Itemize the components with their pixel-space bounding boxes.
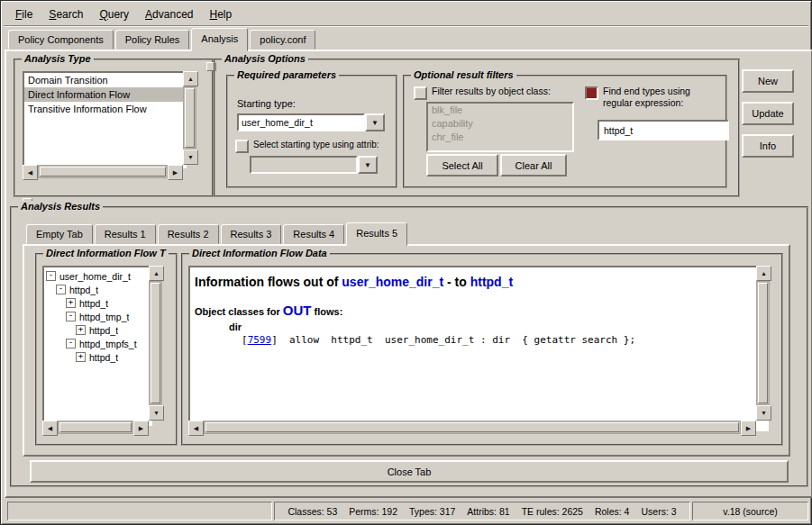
menu-file[interactable]: File bbox=[7, 5, 41, 24]
scroll-right-icon[interactable]: ▶ bbox=[168, 165, 183, 180]
tab-policy-rules[interactable]: Policy Rules bbox=[115, 30, 190, 50]
scroll-left-icon[interactable]: ◀ bbox=[42, 421, 58, 436]
data-hscrollbar[interactable]: ◀ ▶ bbox=[188, 421, 756, 434]
tree-expander-icon[interactable]: + bbox=[76, 325, 86, 335]
tree-expander-icon[interactable]: + bbox=[66, 298, 76, 308]
analysis-type-listbox[interactable]: Domain Transition Direct Information Flo… bbox=[23, 71, 187, 168]
filter-by-class-indicator-icon[interactable] bbox=[414, 86, 427, 100]
filter-by-class-checkbox[interactable]: Filter results by object class: bbox=[414, 86, 576, 100]
scrollbar-trough[interactable] bbox=[756, 281, 770, 405]
tab-policy-components[interactable]: Policy Components bbox=[8, 30, 114, 50]
object-class-listbox-disabled: blk_file capability chr_file bbox=[426, 102, 574, 152]
tab-results-4[interactable]: Results 4 bbox=[283, 224, 344, 244]
tree-vscrollbar[interactable]: ▲ ▼ bbox=[149, 266, 162, 421]
scrollbar-trough[interactable] bbox=[58, 421, 133, 434]
scrollbar-thumb[interactable] bbox=[185, 88, 195, 148]
attrib-combobox-disabled: ▼ bbox=[250, 156, 378, 174]
scrollbar-thumb[interactable] bbox=[40, 167, 166, 177]
scroll-down-icon[interactable]: ▼ bbox=[183, 149, 198, 165]
tree-node-label[interactable]: httpd_tmp_t bbox=[79, 312, 129, 322]
tab-results-5[interactable]: Results 5 bbox=[346, 222, 407, 246]
regex-checkbox-indicator-icon[interactable] bbox=[585, 86, 598, 100]
analysis-type-hscrollbar[interactable]: ◀ ▶ bbox=[23, 165, 183, 178]
menu-query[interactable]: Query bbox=[91, 5, 137, 24]
flow-data-text: Information flows out of user_home_dir_t… bbox=[188, 266, 769, 431]
tree-expander-icon[interactable]: - bbox=[46, 271, 56, 281]
analysis-page: Analysis Type Domain Transition Direct I… bbox=[5, 50, 812, 498]
tree-node[interactable]: -httpd_t bbox=[44, 283, 151, 296]
attrib-checkbox[interactable]: Select starting type using attrib: bbox=[235, 139, 390, 153]
scrollbar-thumb[interactable] bbox=[205, 422, 739, 432]
scroll-right-glyph: ▶ bbox=[746, 425, 751, 432]
scroll-up-icon[interactable]: ▲ bbox=[756, 266, 771, 281]
dropdown-arrow-icon[interactable]: ▼ bbox=[365, 113, 385, 131]
scroll-down-icon[interactable]: ▼ bbox=[149, 405, 164, 421]
menu-help[interactable]: Help bbox=[201, 5, 240, 24]
scroll-down-icon[interactable]: ▼ bbox=[756, 405, 771, 421]
tree-node-label[interactable]: httpd_t bbox=[89, 325, 118, 336]
scroll-up-icon[interactable]: ▲ bbox=[149, 266, 164, 281]
tree-node[interactable]: -httpd_tmpfs_t bbox=[44, 337, 151, 350]
menu-advanced-label: A bbox=[145, 8, 152, 21]
info-button[interactable]: Info bbox=[742, 134, 794, 158]
analysis-type-vscrollbar[interactable]: ▲ ▼ bbox=[183, 71, 196, 165]
regex-input[interactable] bbox=[602, 124, 725, 137]
starting-type-entry[interactable] bbox=[237, 113, 365, 131]
scroll-left-icon[interactable]: ◀ bbox=[188, 421, 204, 436]
tree-node-label[interactable]: httpd_tmpfs_t bbox=[79, 339, 137, 349]
flow-tree[interactable]: -user_home_dir_t -httpd_t +httpd_t -http… bbox=[42, 266, 152, 426]
tree-expander-icon[interactable]: - bbox=[56, 285, 66, 294]
tree-node[interactable]: -httpd_tmp_t bbox=[44, 310, 151, 323]
tree-node-label[interactable]: httpd_t bbox=[79, 298, 108, 309]
tab-analysis[interactable]: Analysis bbox=[191, 28, 248, 51]
scrollbar-trough[interactable] bbox=[38, 165, 168, 178]
flow-data-frame: Direct Information Flow Data Information… bbox=[181, 253, 783, 446]
tree-hscrollbar[interactable]: ◀ ▶ bbox=[42, 421, 149, 434]
tree-node[interactable]: +httpd_t bbox=[44, 350, 151, 364]
scrollbar-trough[interactable] bbox=[149, 281, 162, 405]
data-vscrollbar[interactable]: ▲ ▼ bbox=[756, 266, 770, 421]
stat-classes: Classes: 53 bbox=[287, 506, 337, 517]
select-all-button[interactable]: Select All bbox=[426, 154, 498, 177]
list-item-direct-information-flow[interactable]: Direct Information Flow bbox=[24, 87, 185, 102]
scrollbar-thumb[interactable] bbox=[151, 283, 160, 403]
regex-entry[interactable] bbox=[598, 120, 729, 140]
flow-tree-frame: Direct Information Flow T -user_home_dir… bbox=[35, 253, 178, 446]
update-button[interactable]: Update bbox=[742, 102, 794, 125]
tab-results-1[interactable]: Results 1 bbox=[95, 224, 156, 244]
tab-results-3[interactable]: Results 3 bbox=[221, 224, 282, 244]
tree-node-label[interactable]: httpd_t bbox=[69, 285, 98, 295]
scrollbar-trough[interactable] bbox=[183, 86, 196, 149]
scrollbar-trough[interactable] bbox=[204, 421, 741, 434]
new-button[interactable]: New bbox=[742, 69, 794, 93]
filter-by-class-label: Filter results by object class: bbox=[432, 86, 551, 100]
tree-expander-icon[interactable]: + bbox=[76, 352, 86, 362]
tree-node[interactable]: -user_home_dir_t bbox=[44, 269, 151, 283]
scrollbar-thumb[interactable] bbox=[59, 422, 132, 432]
attrib-checkbox-indicator-icon[interactable] bbox=[235, 140, 249, 153]
tab-policy-conf[interactable]: policy.conf bbox=[250, 30, 315, 50]
regex-checkbox[interactable]: Find end types using regular expression: bbox=[585, 86, 718, 109]
scroll-right-icon[interactable]: ▶ bbox=[133, 421, 149, 436]
menu-advanced[interactable]: Advanced bbox=[137, 5, 201, 24]
tree-expander-icon[interactable]: - bbox=[66, 312, 76, 321]
menu-search[interactable]: Search bbox=[41, 5, 91, 24]
clear-all-button[interactable]: Clear All bbox=[500, 154, 567, 177]
list-item-transitive-information-flow[interactable]: Transitive Information Flow bbox=[24, 102, 185, 116]
tree-node-label[interactable]: user_home_dir_t bbox=[59, 271, 131, 282]
tree-expander-icon[interactable]: - bbox=[66, 339, 76, 348]
starting-type-input[interactable] bbox=[242, 117, 360, 128]
scroll-right-icon[interactable]: ▶ bbox=[741, 421, 756, 436]
tree-node[interactable]: +httpd_t bbox=[44, 296, 151, 310]
tab-results-2[interactable]: Results 2 bbox=[158, 224, 219, 244]
rule-number-link[interactable]: 7599 bbox=[248, 334, 272, 346]
scroll-up-icon[interactable]: ▲ bbox=[183, 71, 198, 86]
scrollbar-thumb[interactable] bbox=[758, 283, 768, 403]
close-tab-button[interactable]: Close Tab bbox=[30, 460, 789, 483]
tree-node-label[interactable]: httpd_t bbox=[89, 352, 118, 363]
scroll-left-icon[interactable]: ◀ bbox=[23, 165, 38, 180]
list-item-domain-transition[interactable]: Domain Transition bbox=[24, 73, 185, 87]
tree-node[interactable]: +httpd_t bbox=[44, 323, 151, 337]
scroll-up-glyph: ▲ bbox=[761, 270, 767, 276]
tab-empty-tab[interactable]: Empty Tab bbox=[26, 224, 93, 244]
